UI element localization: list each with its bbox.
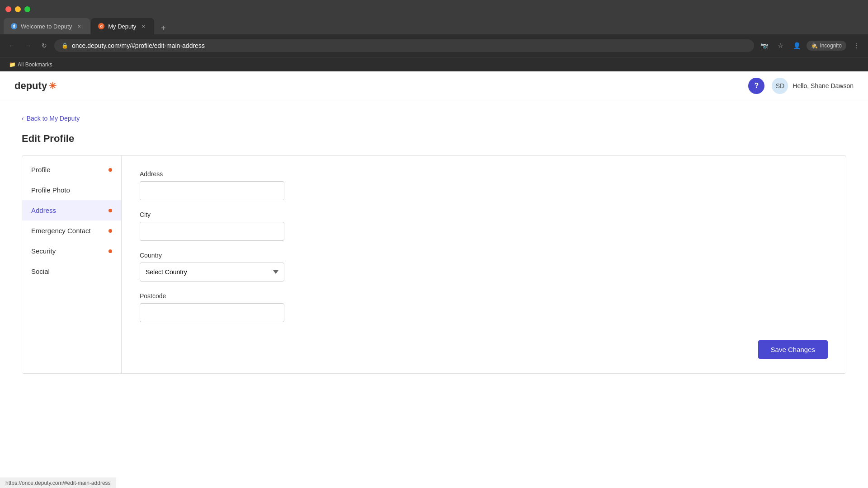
status-url: https://once.deputy.com/#edit-main-addre…: [5, 480, 111, 486]
back-to-my-deputy-link[interactable]: ‹ Back to My Deputy: [22, 115, 846, 122]
country-select[interactable]: Select Country Australia United States U…: [140, 263, 284, 282]
country-field-group: Country Select Country Australia United …: [140, 252, 828, 282]
emergency-required-dot: [108, 229, 112, 233]
camera-icon[interactable]: 📷: [758, 39, 770, 52]
edit-profile-container: Profile Profile Photo Address Emergency …: [22, 155, 846, 374]
profile-icon[interactable]: 👤: [790, 39, 803, 52]
address-input[interactable]: [140, 181, 284, 200]
avatar: SD: [772, 78, 788, 94]
country-label: Country: [140, 252, 828, 259]
app-header: deputy ✳ ? SD Hello, Shane Dawson: [0, 71, 868, 100]
tab-welcome-close[interactable]: ✕: [75, 23, 83, 30]
incognito-icon: 🕵: [811, 42, 818, 49]
sidebar-profile-photo-label: Profile Photo: [31, 186, 70, 194]
page-title: Edit Profile: [22, 133, 846, 145]
tab-welcome-favicon: d: [11, 23, 17, 29]
bookmark-icon[interactable]: ☆: [774, 39, 787, 52]
address-field-group: Address: [140, 170, 828, 200]
incognito-badge: 🕵 Incognito: [807, 41, 846, 51]
browser-titlebar: [0, 0, 868, 18]
lock-icon: 🔒: [61, 42, 68, 49]
incognito-label: Incognito: [820, 42, 842, 49]
address-required-dot: [108, 209, 112, 212]
city-label: City: [140, 211, 828, 218]
avatar-initials: SD: [776, 82, 784, 89]
form-actions: Save Changes: [140, 333, 828, 359]
sidebar-item-social[interactable]: Social: [22, 261, 121, 282]
sidebar-item-security[interactable]: Security: [22, 241, 121, 261]
sidebar-item-address[interactable]: Address: [22, 200, 121, 221]
header-right: ? SD Hello, Shane Dawson: [748, 78, 854, 94]
logo-asterisk: ✳: [49, 80, 57, 91]
city-field-group: City: [140, 211, 828, 241]
tab-my-deputy-favicon: d: [98, 23, 104, 29]
deputy-logo: deputy ✳: [14, 80, 57, 92]
profile-required-dot: [108, 168, 112, 172]
tab-my-deputy-close[interactable]: ✕: [140, 23, 147, 30]
tab-welcome-label: Welcome to Deputy: [21, 23, 72, 30]
new-tab-button[interactable]: +: [157, 22, 170, 34]
user-avatar-area: SD Hello, Shane Dawson: [772, 78, 854, 94]
logo-text: deputy: [14, 80, 47, 92]
save-changes-button[interactable]: Save Changes: [758, 340, 828, 359]
postcode-label: Postcode: [140, 292, 828, 300]
menu-icon[interactable]: ⋮: [850, 39, 863, 52]
bookmarks-folder-icon: 📁: [9, 61, 16, 68]
app-wrapper: deputy ✳ ? SD Hello, Shane Dawson ‹ Back: [0, 71, 868, 488]
security-required-dot: [108, 249, 112, 253]
close-window-button[interactable]: [5, 6, 11, 12]
city-input[interactable]: [140, 222, 284, 241]
page-content: ‹ Back to My Deputy Edit Profile Profile…: [0, 100, 868, 388]
postcode-input[interactable]: [140, 303, 284, 322]
status-bar: https://once.deputy.com/#edit-main-addre…: [0, 478, 116, 488]
address-bar[interactable]: 🔒 once.deputy.com/my/#profile/edit-main-…: [54, 39, 754, 52]
help-icon: ?: [754, 82, 759, 90]
tab-my-deputy-label: My Deputy: [108, 23, 136, 30]
window-controls: [5, 6, 30, 12]
sidebar-item-profile[interactable]: Profile: [22, 160, 121, 180]
tabs-bar: d Welcome to Deputy ✕ d My Deputy ✕ +: [0, 18, 868, 34]
address-label: Address: [140, 170, 828, 178]
maximize-window-button[interactable]: [24, 6, 30, 12]
all-bookmarks-item[interactable]: 📁 All Bookmarks: [5, 60, 56, 70]
tab-welcome[interactable]: d Welcome to Deputy ✕: [4, 18, 90, 34]
sidebar-emergency-contact-label: Emergency Contact: [31, 227, 91, 235]
form-area: Address City Country Select Country Aust…: [122, 156, 846, 373]
toolbar-right: 📷 ☆ 👤 🕵 Incognito ⋮: [758, 39, 863, 52]
user-greeting: Hello, Shane Dawson: [793, 82, 854, 89]
sidebar-security-label: Security: [31, 247, 56, 255]
tab-my-deputy[interactable]: d My Deputy ✕: [91, 18, 154, 34]
forward-button[interactable]: →: [22, 39, 34, 52]
sidebar-item-profile-photo[interactable]: Profile Photo: [22, 180, 121, 200]
help-button[interactable]: ?: [748, 78, 764, 94]
postcode-field-group: Postcode: [140, 292, 828, 322]
reload-button[interactable]: ↻: [38, 39, 51, 52]
address-text: once.deputy.com/my/#profile/edit-main-ad…: [72, 42, 205, 49]
browser-toolbar: ← → ↻ 🔒 once.deputy.com/my/#profile/edit…: [0, 34, 868, 57]
sidebar-profile-label: Profile: [31, 166, 51, 174]
all-bookmarks-label: All Bookmarks: [18, 61, 52, 68]
sidebar-nav: Profile Profile Photo Address Emergency …: [22, 156, 122, 373]
sidebar-address-label: Address: [31, 206, 56, 214]
sidebar-social-label: Social: [31, 267, 50, 275]
back-chevron-icon: ‹: [22, 115, 24, 122]
back-link-label: Back to My Deputy: [27, 115, 80, 122]
back-button[interactable]: ←: [5, 39, 18, 52]
bookmarks-bar: 📁 All Bookmarks: [0, 57, 868, 71]
minimize-window-button[interactable]: [15, 6, 21, 12]
browser-chrome: d Welcome to Deputy ✕ d My Deputy ✕ + ← …: [0, 0, 868, 488]
sidebar-item-emergency-contact[interactable]: Emergency Contact: [22, 221, 121, 241]
